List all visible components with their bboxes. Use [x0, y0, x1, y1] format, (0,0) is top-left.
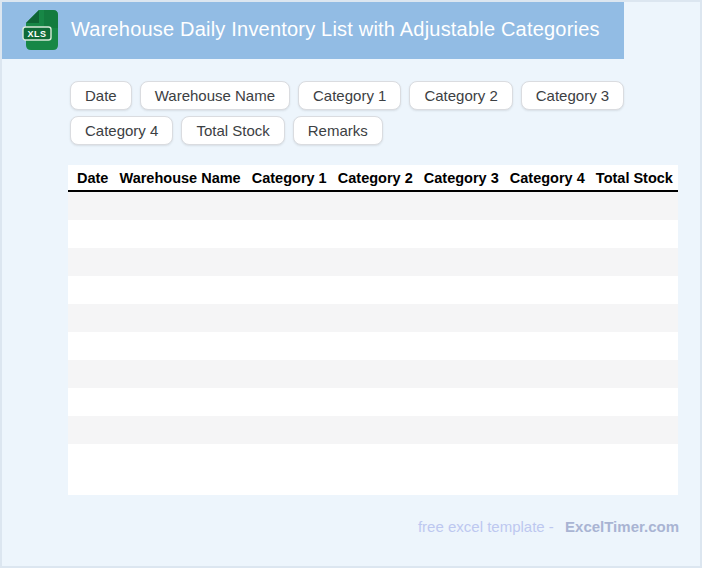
chip-category-3[interactable]: Category 3 [521, 81, 624, 110]
inventory-table: Date Warehouse Name Category 1 Category … [68, 165, 678, 495]
col-header-category-3: Category 3 [424, 170, 499, 186]
col-header-total-stock: Total Stock [596, 170, 673, 186]
category-chips: Date Warehouse Name Category 1 Category … [70, 81, 670, 145]
footer-tagline: free excel template - [418, 518, 554, 535]
col-header-category-2: Category 2 [338, 170, 413, 186]
table-row [68, 416, 678, 444]
table-row [68, 248, 678, 276]
header-bar: XLS Warehouse Daily Inventory List with … [0, 0, 624, 59]
table-body [68, 192, 678, 472]
svg-text:XLS: XLS [27, 29, 46, 39]
table-header-row: Date Warehouse Name Category 1 Category … [68, 165, 678, 192]
chip-date[interactable]: Date [70, 81, 132, 110]
chip-category-2[interactable]: Category 2 [409, 81, 512, 110]
table-row [68, 192, 678, 220]
table-row [68, 388, 678, 416]
col-header-date: Date [77, 170, 108, 186]
table-row [68, 304, 678, 332]
footer-credit: free excel template - ExcelTimer.com [418, 518, 679, 535]
col-header-category-4: Category 4 [510, 170, 585, 186]
chip-category-4[interactable]: Category 4 [70, 116, 173, 145]
table-row [68, 332, 678, 360]
page: XLS Warehouse Daily Inventory List with … [0, 0, 702, 568]
page-title: Warehouse Daily Inventory List with Adju… [71, 18, 600, 41]
table-row [68, 276, 678, 304]
col-header-warehouse-name: Warehouse Name [120, 170, 241, 186]
table-row [68, 444, 678, 472]
chip-category-1[interactable]: Category 1 [298, 81, 401, 110]
table-row [68, 220, 678, 248]
chip-total-stock[interactable]: Total Stock [181, 116, 284, 145]
xls-file-icon: XLS [22, 8, 60, 52]
table-row [68, 360, 678, 388]
col-header-category-1: Category 1 [252, 170, 327, 186]
footer-brand-link[interactable]: ExcelTimer.com [565, 518, 679, 535]
chip-warehouse-name[interactable]: Warehouse Name [140, 81, 290, 110]
chip-remarks[interactable]: Remarks [293, 116, 383, 145]
